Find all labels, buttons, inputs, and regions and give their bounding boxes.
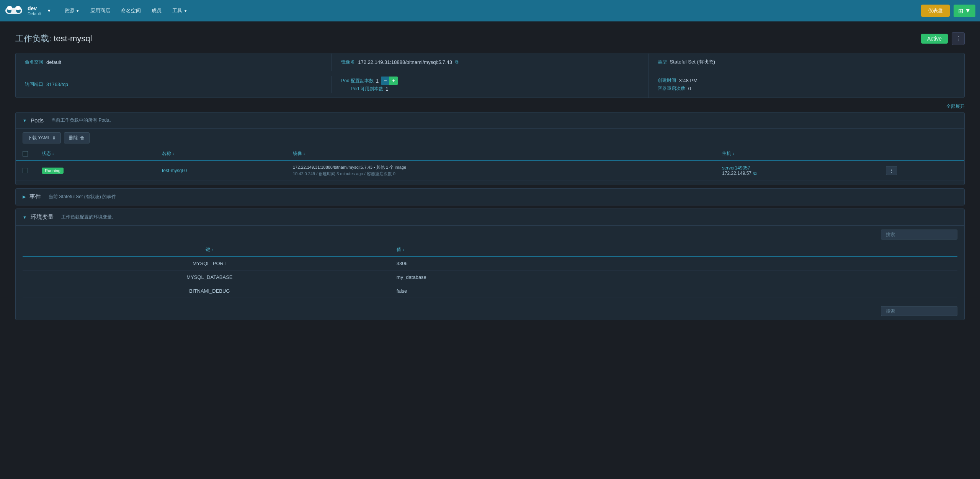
value-header: 值 ↕ [397,243,957,256]
nav-tools[interactable]: 工具 ▼ [167,0,193,21]
pods-section: ▼ Pods 当前工作负载中的所有 Pods。 下载 YAML ⬇ 删除 🗑 [15,112,965,185]
create-icon: ⊞ [958,7,963,15]
image-cell: 镜像名 172.22.149.31:18888/bitnami/mysql:5.… [332,54,648,71]
pods-increase-button[interactable]: + [389,77,398,85]
image-sort-icon[interactable]: ↕ [303,152,305,156]
value-sort-icon[interactable]: ↕ [402,248,404,252]
events-toggle-icon: ▶ [23,194,26,199]
key-sort-icon[interactable]: ↑ [212,248,214,252]
info-row-2: 访问端口 31763/tcp Pod 配置副本数 1 − + Pod 可用副本数 [16,71,964,98]
page-content: 工作负载: test-mysql Active ⋮ 命名空间 default 镜… [0,21,980,334]
info-row-1: 命名空间 default 镜像名 172.22.149.31:18888/bit… [16,53,964,71]
events-section-subtitle: 当前 Stateful Set (有状态) 的事件 [49,194,116,200]
host-ip-value: 172.22.149.57 [722,171,751,176]
env-header-row: 键 ↑ 值 ↕ [23,243,957,256]
env-table: 键 ↑ 值 ↕ MYSQL_PORT [23,243,957,298]
copy-ip-icon[interactable]: ⧉ [753,171,757,176]
create-arrow: ▼ [965,7,971,14]
project-sub: Default [28,11,41,16]
pods-decrease-button[interactable]: − [381,77,389,85]
env-section-header[interactable]: ▼ 环境变量 工作负载配置的环境变量。 [16,209,964,225]
env-value-cell: my_database [397,270,957,284]
pods-config-value: 1 [376,78,379,84]
nav-resources[interactable]: 资源 ▼ [59,0,85,21]
env-key: MYSQL_PORT [193,261,227,266]
delete-icon: 🗑 [80,135,85,141]
pods-config-label: Pod 配置副本数 [341,78,374,84]
actions-header [879,147,964,160]
name-sort-icon[interactable]: ↕ [172,152,174,156]
env-value: 3306 [397,261,408,266]
pod-name-link[interactable]: test-mysql-0 [162,168,187,173]
pods-section-header[interactable]: ▼ Pods 当前工作负载中的所有 Pods。 [16,112,964,128]
env-value-cell: 3306 [397,256,957,270]
page-title: 工作负载: test-mysql [15,33,92,44]
dashboard-button[interactable]: 仪表盘 [921,5,950,17]
nav-appstore[interactable]: 应用商店 [85,0,116,21]
host-name-link[interactable]: server149057 [722,165,750,171]
tools-arrow: ▼ [184,9,188,13]
env-key-cell: BITNAMI_DEBUG [23,284,397,298]
pods-table-wrap: 状态 ↕ 名称 ↕ 镜像 ↕ 主机 ↕ [16,147,964,185]
pod-host-ip: 172.22.149.57 ⧉ [722,171,872,176]
image-header: 镜像 ↕ [286,147,715,160]
more-actions-button[interactable]: ⋮ [952,32,965,45]
row-status-cell: Running [35,160,155,181]
delete-label: 删除 [69,135,78,141]
created-label: 创建时间 [658,77,676,84]
type-label: 类型 [658,59,667,65]
pods-available-label: Pod 可用副本数 [351,86,383,92]
row-actions-cell: ⋮ [879,160,964,181]
row-action-button[interactable]: ⋮ [886,166,897,175]
row-host-cell: server149057 172.22.149.57 ⧉ [715,160,879,181]
list-item: BITNAMI_DEBUG false [23,284,957,298]
restart-value: 0 [688,86,691,91]
port-cell: 访问端口 31763/tcp [16,76,332,93]
nav-namespace[interactable]: 命名空间 [116,0,146,21]
page-header: 工作负载: test-mysql Active ⋮ [15,32,965,45]
status-badge: Active [921,34,948,44]
project-selector[interactable]: dev Default [28,5,41,16]
env-search-row [16,225,964,243]
pods-count-controls: − + [381,77,398,85]
host-sort-icon[interactable]: ↕ [733,152,735,156]
pods-table: 状态 ↕ 名称 ↕ 镜像 ↕ 主机 ↕ [16,147,964,181]
resources-arrow: ▼ [76,9,80,13]
pods-section-subtitle: 当前工作负载中的所有 Pods。 [51,117,114,124]
env-key-cell: MYSQL_DATABASE [23,270,397,284]
env-value: false [397,288,407,294]
create-button[interactable]: ⊞ ▼ [954,5,975,17]
name-header: 名称 ↕ [155,147,286,160]
env-section-title: 环境变量 [31,213,54,221]
title-value: test-mysql [54,34,92,43]
pods-count-cell: Pod 配置副本数 1 − + Pod 可用副本数 1 [341,77,398,92]
pods-toolbar: 下载 YAML ⬇ 删除 🗑 [16,128,964,147]
events-section-header[interactable]: ▶ 事件 当前 Stateful Set (有状态) 的事件 [16,189,964,205]
env-bottom-search-input[interactable] [881,306,957,316]
navbar: dev Default ▼ 资源 ▼ 应用商店 命名空间 成员 工具 ▼ 仪表盘… [0,0,980,21]
copy-image-icon[interactable]: ⧉ [455,59,459,65]
delete-pods-button[interactable]: 删除 🗑 [64,132,90,143]
key-header: 键 ↑ [23,243,397,256]
row-checkbox[interactable] [23,168,28,173]
status-sort-icon[interactable]: ↕ [52,152,54,156]
main-nav: 资源 ▼ 应用商店 命名空间 成员 工具 ▼ [59,0,918,21]
namespace-label: 命名空间 [25,59,43,65]
select-all-checkbox[interactable] [23,151,28,156]
env-value-cell: false [397,284,957,298]
checkbox-header [16,147,35,160]
expand-all-link[interactable]: 全部展开 [15,101,965,112]
pods-config-row: Pod 配置副本数 1 − + [341,77,398,85]
page-header-actions: Active ⋮ [921,32,965,45]
download-icon: ⬇ [52,135,56,141]
env-search-input[interactable] [881,230,957,240]
port-value[interactable]: 31763/tcp [46,81,68,87]
app-logo[interactable] [5,3,23,18]
pods-table-header-row: 状态 ↕ 名称 ↕ 镜像 ↕ 主机 ↕ [16,147,964,160]
table-row: Running test-mysql-0 172.22.149.31:18888… [16,160,964,181]
project-dropdown-arrow[interactable]: ▼ [47,8,51,13]
download-yaml-button[interactable]: 下载 YAML ⬇ [23,132,61,143]
pod-image-meta: 10.42.0.249 / 创建时间 3 minutes ago / 容器重启次… [293,171,708,177]
nav-members[interactable]: 成员 [146,0,167,21]
image-label: 镜像名 [341,59,355,65]
